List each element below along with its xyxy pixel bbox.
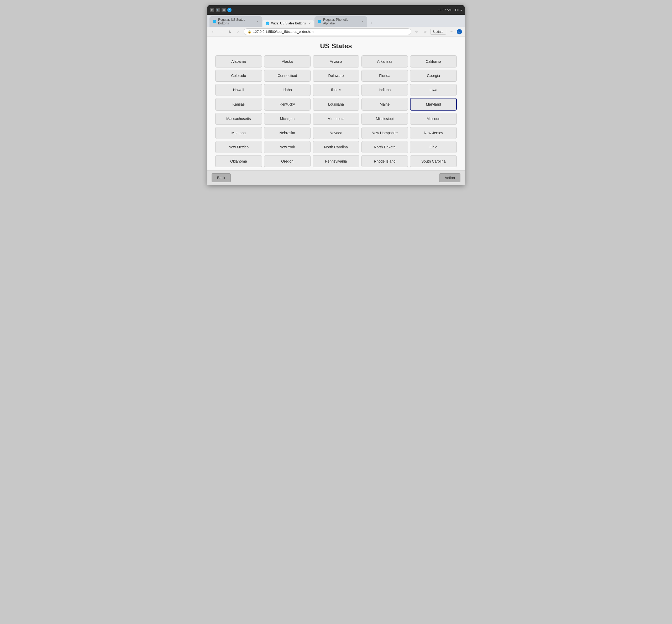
profile-button[interactable]: E [457, 29, 462, 34]
state-button-mississippi[interactable]: Mississippi [361, 113, 408, 125]
tab-label-1: Regular: US States Buttons [218, 18, 254, 25]
collections-button[interactable]: ☆ [422, 29, 428, 35]
tab-regular-us-states[interactable]: 🌐 Regular: US States Buttons ✕ [210, 16, 262, 27]
state-button-montana[interactable]: Montana [215, 127, 262, 139]
tab-close-3[interactable]: ✕ [361, 20, 364, 23]
tab-phonetic[interactable]: 🌐 Regular: Phonetic Alphabe... ✕ [315, 16, 367, 27]
bottom-bar: Back Action [207, 171, 465, 185]
state-button-delaware[interactable]: Delaware [313, 70, 359, 82]
tab-globe-icon-2: 🌐 [266, 22, 270, 25]
tab-globe-icon-3: 🌐 [318, 20, 322, 23]
home-button[interactable]: ⌂ [235, 29, 242, 35]
state-button-rhode-island[interactable]: Rhode Island [361, 155, 408, 167]
state-button-arizona[interactable]: Arizona [313, 55, 359, 68]
state-button-michigan[interactable]: Michigan [264, 113, 311, 125]
reload-button[interactable]: ↻ [227, 29, 233, 35]
windows-icon: ⊞ [210, 8, 214, 12]
action-button[interactable]: Action [439, 173, 460, 182]
browser-window: ⊞ 🔍 ⧉ e 11:37 AM ENG 🌐 Regular: US State… [207, 5, 465, 185]
state-button-florida[interactable]: Florida [361, 70, 408, 82]
system-time: 11:37 AM [438, 8, 452, 12]
back-nav-button[interactable]: ← [210, 29, 216, 35]
state-button-georgia[interactable]: Georgia [410, 70, 457, 82]
page-title: US States [215, 42, 457, 50]
update-button[interactable]: Update [430, 29, 446, 35]
state-button-alaska[interactable]: Alaska [264, 55, 311, 68]
tab-wide-us-states[interactable]: 🌐 Wide: US States Buttons ✕ [263, 20, 314, 27]
tab-label-3: Regular: Phonetic Alphabe... [323, 18, 359, 25]
state-button-north-dakota[interactable]: North Dakota [361, 141, 408, 153]
state-button-oregon[interactable]: Oregon [264, 155, 311, 167]
state-button-oklahoma[interactable]: Oklahoma [215, 155, 262, 167]
edge-icon: e [227, 8, 232, 12]
forward-nav-button[interactable]: → [218, 29, 225, 35]
state-button-ohio[interactable]: Ohio [410, 141, 457, 153]
state-button-kentucky[interactable]: Kentucky [264, 98, 311, 110]
state-button-alabama[interactable]: Alabama [215, 55, 262, 68]
state-button-nebraska[interactable]: Nebraska [264, 127, 311, 139]
state-button-missouri[interactable]: Missouri [410, 113, 457, 125]
state-button-north-carolina[interactable]: North Carolina [313, 141, 359, 153]
state-button-indiana[interactable]: Indiana [361, 84, 408, 96]
state-button-colorado[interactable]: Colorado [215, 70, 262, 82]
state-button-new-jersey[interactable]: New Jersey [410, 127, 457, 139]
search-icon: 🔍 [216, 8, 220, 12]
favorites-button[interactable]: ☆ [413, 29, 420, 35]
state-button-idaho[interactable]: Idaho [264, 84, 311, 96]
state-button-connecticut[interactable]: Connecticut [264, 70, 311, 82]
tab-close-2[interactable]: ✕ [308, 22, 311, 25]
state-button-massachusetts[interactable]: Massachusetts [215, 113, 262, 125]
state-button-maine[interactable]: Maine [361, 98, 408, 110]
state-button-south-carolina[interactable]: South Carolina [410, 155, 457, 167]
url-text: 127.0.0.1:5500/test_50states_wider.html [253, 30, 314, 34]
back-button[interactable]: Back [212, 173, 231, 182]
titlebar: ⊞ 🔍 ⧉ e 11:37 AM ENG [207, 5, 465, 15]
state-button-new-york[interactable]: New York [264, 141, 311, 153]
state-button-new-hampshire[interactable]: New Hampshire [361, 127, 408, 139]
more-button[interactable]: ⋯ [448, 29, 455, 35]
taskview-icon: ⧉ [221, 8, 226, 12]
address-bar[interactable]: 🔒 127.0.0.1:5500/test_50states_wider.htm… [244, 28, 411, 35]
tabbar: 🌐 Regular: US States Buttons ✕ 🌐 Wide: U… [207, 15, 465, 27]
addressbar: ← → ↻ ⌂ 🔒 127.0.0.1:5500/test_50states_w… [207, 27, 465, 37]
state-button-kansas[interactable]: Kansas [215, 98, 262, 110]
state-button-hawaii[interactable]: Hawaii [215, 84, 262, 96]
tab-label-2: Wide: US States Buttons [271, 22, 306, 25]
page-content: US States AlabamaAlaskaArizonaArkansasCa… [207, 37, 465, 171]
tab-globe-icon-1: 🌐 [213, 20, 217, 23]
states-grid: AlabamaAlaskaArizonaArkansasCaliforniaCo… [215, 55, 457, 167]
state-button-new-mexico[interactable]: New Mexico [215, 141, 262, 153]
system-lang: ENG [455, 8, 462, 12]
state-button-maryland[interactable]: Maryland [410, 98, 457, 110]
state-button-nevada[interactable]: Nevada [313, 127, 359, 139]
state-button-pennsylvania[interactable]: Pennsylvania [313, 155, 359, 167]
state-button-california[interactable]: California [410, 55, 457, 68]
state-button-iowa[interactable]: Iowa [410, 84, 457, 96]
new-tab-button[interactable]: + [368, 20, 375, 27]
state-button-louisiana[interactable]: Louisiana [313, 98, 359, 110]
tab-close-1[interactable]: ✕ [257, 20, 259, 23]
state-button-arkansas[interactable]: Arkansas [361, 55, 408, 68]
state-button-illinois[interactable]: Illinois [313, 84, 359, 96]
lock-icon: 🔒 [247, 30, 251, 34]
state-button-minnesota[interactable]: Minnesota [313, 113, 359, 125]
